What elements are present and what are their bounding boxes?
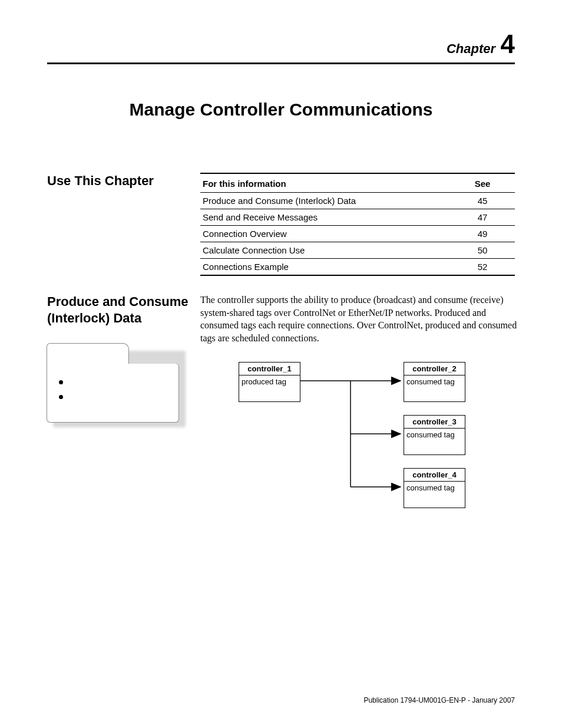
diagram-box-controller-2: controller_2 consumed tag bbox=[404, 362, 465, 402]
toc-info: Send and Receive Messages bbox=[200, 209, 450, 226]
table-row: Send and Receive Messages 47 bbox=[200, 209, 515, 226]
diagram-box-controller-1: controller_1 produced tag bbox=[239, 362, 300, 402]
section-heading-produce-consume: Produce and Consume (Interlock) Data bbox=[47, 294, 200, 326]
toc-info: Connection Overview bbox=[200, 226, 450, 242]
diagram-box-title: controller_2 bbox=[404, 363, 465, 375]
bullet-icon bbox=[59, 380, 63, 384]
diagram-box-title: controller_4 bbox=[404, 469, 465, 482]
diagram-box-tag: consumed tag bbox=[404, 429, 465, 454]
table-row: Connections Example 52 bbox=[200, 259, 515, 276]
section-use-this-chapter: Use This Chapter For this information Se… bbox=[47, 173, 515, 276]
page-title: Manage Controller Communications bbox=[47, 100, 515, 120]
callout-card bbox=[47, 344, 183, 426]
producer-consumer-diagram: controller_1 produced tag controller_2 c… bbox=[236, 357, 518, 522]
section-heading-use-this-chapter: Use This Chapter bbox=[47, 173, 200, 189]
publication-footer: Publication 1794-UM001G-EN-P - January 2… bbox=[363, 696, 515, 704]
toc-page: 50 bbox=[450, 242, 515, 259]
table-row: Connection Overview 49 bbox=[200, 226, 515, 242]
toc-page: 45 bbox=[450, 193, 515, 209]
diagram-box-tag: consumed tag bbox=[404, 482, 465, 508]
diagram-box-controller-3: controller_3 consumed tag bbox=[404, 415, 465, 455]
toc-page: 47 bbox=[450, 209, 515, 226]
toc-info: Connections Example bbox=[200, 259, 450, 276]
chapter-header: Chapter 4 bbox=[47, 29, 515, 59]
toc-header-see: See bbox=[450, 173, 515, 193]
diagram-box-title: controller_3 bbox=[404, 416, 465, 429]
chapter-label: Chapter bbox=[447, 41, 495, 56]
section-produce-consume: Produce and Consume (Interlock) Data The… bbox=[47, 294, 515, 522]
header-rule bbox=[47, 62, 515, 64]
chapter-number: 4 bbox=[501, 29, 515, 58]
table-row: Calculate Connection Use 50 bbox=[200, 242, 515, 259]
toc-header-info: For this information bbox=[200, 173, 450, 193]
bullet-icon bbox=[59, 395, 63, 399]
toc-table: For this information See Produce and Con… bbox=[200, 173, 515, 276]
toc-info: Calculate Connection Use bbox=[200, 242, 450, 259]
diagram-box-title: controller_1 bbox=[239, 363, 300, 375]
diagram-box-tag: produced tag bbox=[239, 375, 300, 401]
toc-page: 52 bbox=[450, 259, 515, 276]
table-row: Produce and Consume (Interlock) Data 45 bbox=[200, 193, 515, 209]
toc-info: Produce and Consume (Interlock) Data bbox=[200, 193, 450, 209]
diagram-box-controller-4: controller_4 consumed tag bbox=[404, 468, 465, 508]
diagram-box-tag: consumed tag bbox=[404, 375, 465, 401]
toc-page: 49 bbox=[450, 226, 515, 242]
body-paragraph: The controller supports the ability to p… bbox=[200, 294, 518, 344]
